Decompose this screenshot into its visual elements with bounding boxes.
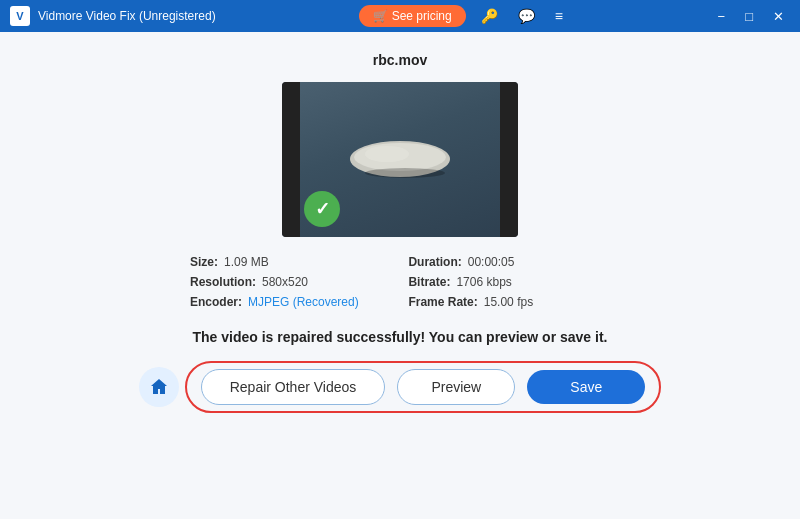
info-row-3: Encoder: MJPEG (Recovered) Frame Rate: 1… bbox=[190, 295, 610, 309]
filename-label: rbc.mov bbox=[373, 52, 427, 68]
video-info-table: Size: 1.09 MB Duration: 00:00:05 Resolut… bbox=[190, 255, 610, 315]
resolution-label: Resolution: bbox=[190, 275, 256, 289]
info-col-resolution: Resolution: 580x520 bbox=[190, 275, 392, 289]
info-col-bitrate: Bitrate: 1706 kbps bbox=[408, 275, 610, 289]
duration-label: Duration: bbox=[408, 255, 461, 269]
video-preview: ✓ bbox=[282, 82, 518, 237]
home-icon bbox=[149, 377, 169, 397]
svg-point-2 bbox=[365, 146, 409, 162]
info-row-1: Size: 1.09 MB Duration: 00:00:05 bbox=[190, 255, 610, 269]
video-right-bar bbox=[500, 82, 518, 237]
size-label: Size: bbox=[190, 255, 218, 269]
framerate-value: 15.00 fps bbox=[484, 295, 533, 309]
app-logo: V bbox=[10, 6, 30, 26]
repair-other-button[interactable]: Repair Other Videos bbox=[201, 369, 386, 405]
resolution-value: 580x520 bbox=[262, 275, 308, 289]
maximize-button[interactable]: □ bbox=[739, 7, 759, 26]
home-button[interactable] bbox=[139, 367, 179, 407]
info-row-2: Resolution: 580x520 Bitrate: 1706 kbps bbox=[190, 275, 610, 289]
duration-value: 00:00:05 bbox=[468, 255, 515, 269]
menu-icon[interactable]: ≡ bbox=[550, 6, 568, 26]
main-content: rbc.mov ✓ Size: 1.09 MB Duration: 00:00:… bbox=[0, 32, 800, 519]
info-col-framerate: Frame Rate: 15.00 fps bbox=[408, 295, 610, 309]
bitrate-value: 1706 kbps bbox=[456, 275, 511, 289]
chat-icon[interactable]: 💬 bbox=[513, 6, 540, 26]
success-message: The video is repaired successfully! You … bbox=[193, 329, 608, 345]
framerate-label: Frame Rate: bbox=[408, 295, 477, 309]
window-controls: − □ ✕ bbox=[712, 7, 790, 26]
info-col-size: Size: 1.09 MB bbox=[190, 255, 392, 269]
success-checkmark: ✓ bbox=[304, 191, 340, 227]
action-buttons-box: Repair Other Videos Preview Save bbox=[185, 361, 662, 413]
app-title: Vidmore Video Fix (Unregistered) bbox=[38, 9, 216, 23]
encoder-value: MJPEG (Recovered) bbox=[248, 295, 359, 309]
bitrate-label: Bitrate: bbox=[408, 275, 450, 289]
action-area: Repair Other Videos Preview Save bbox=[139, 361, 662, 413]
titlebar: V Vidmore Video Fix (Unregistered) 🛒 See… bbox=[0, 0, 800, 32]
titlebar-center: 🛒 See pricing 🔑 💬 ≡ bbox=[359, 5, 568, 27]
info-col-encoder: Encoder: MJPEG (Recovered) bbox=[190, 295, 392, 309]
titlebar-left: V Vidmore Video Fix (Unregistered) bbox=[10, 6, 216, 26]
close-button[interactable]: ✕ bbox=[767, 7, 790, 26]
key-icon[interactable]: 🔑 bbox=[476, 6, 503, 26]
save-button[interactable]: Save bbox=[527, 370, 645, 404]
info-col-duration: Duration: 00:00:05 bbox=[408, 255, 610, 269]
encoder-label: Encoder: bbox=[190, 295, 242, 309]
see-pricing-button[interactable]: 🛒 See pricing bbox=[359, 5, 465, 27]
stone-shape bbox=[345, 137, 455, 182]
video-left-bar bbox=[282, 82, 300, 237]
size-value: 1.09 MB bbox=[224, 255, 269, 269]
minimize-button[interactable]: − bbox=[712, 7, 732, 26]
preview-button[interactable]: Preview bbox=[397, 369, 515, 405]
svg-point-3 bbox=[365, 168, 445, 178]
